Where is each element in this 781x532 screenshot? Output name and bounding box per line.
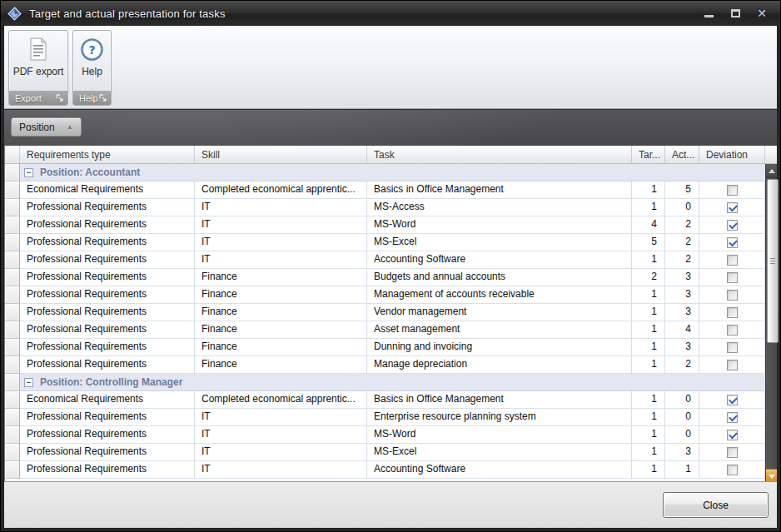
deviation-checkbox[interactable] xyxy=(727,395,738,405)
row-indicator[interactable] xyxy=(5,251,20,269)
table-row[interactable]: Economical Requirements Completed econom… xyxy=(5,181,765,199)
column-header-task[interactable]: Task xyxy=(367,146,632,163)
deviation-checkbox[interactable] xyxy=(727,430,738,440)
collapse-minus-icon[interactable] xyxy=(24,378,33,387)
table-row[interactable]: Professional Requirements IT Accounting … xyxy=(5,251,765,269)
scrollbar-thumb[interactable] xyxy=(767,179,779,343)
table-row[interactable]: Professional Requirements IT MS-Excel 1 … xyxy=(5,444,765,461)
ribbon-group-caption-help: Help xyxy=(73,91,111,105)
row-indicator[interactable] xyxy=(5,409,20,426)
deviation-checkbox[interactable] xyxy=(727,342,738,353)
deviation-checkbox[interactable] xyxy=(727,255,738,266)
row-indicator[interactable] xyxy=(5,391,20,409)
ribbon-group-caption-export: Export xyxy=(9,91,67,105)
cell-requirements-type: Professional Requirements xyxy=(20,234,195,251)
close-window-button[interactable]: ✕ xyxy=(755,7,769,20)
column-header-skill[interactable]: Skill xyxy=(195,146,367,163)
cell-target: 1 xyxy=(632,251,665,269)
cell-deviation xyxy=(699,461,765,479)
row-indicator[interactable] xyxy=(5,181,20,199)
cell-skill: IT xyxy=(195,216,367,234)
help-button[interactable]: ? Help xyxy=(73,31,111,91)
deviation-checkbox[interactable] xyxy=(727,185,738,196)
row-indicator[interactable] xyxy=(5,374,20,391)
group-row-cell: Position: Accountant xyxy=(20,164,765,181)
scroll-up-button[interactable] xyxy=(766,164,777,178)
cell-skill: Finance xyxy=(195,286,367,304)
column-header-target[interactable]: Tar... xyxy=(632,146,665,163)
row-indicator[interactable] xyxy=(5,461,20,479)
deviation-checkbox[interactable] xyxy=(727,220,738,231)
cell-target: 1 xyxy=(632,339,665,356)
table-row[interactable]: Professional Requirements IT Accounting … xyxy=(5,461,765,479)
column-header-deviation[interactable]: Deviation xyxy=(699,146,765,163)
row-indicator[interactable] xyxy=(5,321,20,339)
close-button[interactable]: Close xyxy=(663,492,769,518)
header-filler-cell xyxy=(765,146,779,163)
table-row[interactable]: Professional Requirements IT MS-Excel 5 … xyxy=(5,234,765,251)
cell-actual: 3 xyxy=(665,444,699,461)
table-row[interactable]: Professional Requirements Finance Asset … xyxy=(5,321,765,339)
cell-actual: 4 xyxy=(665,321,699,339)
dialog-launcher-icon[interactable] xyxy=(98,93,107,102)
deviation-checkbox[interactable] xyxy=(727,237,738,248)
column-header-requirements-type[interactable]: Requirements type xyxy=(20,146,195,163)
table-row[interactable]: Professional Requirements IT MS-Word 1 0 xyxy=(5,426,765,444)
grid-header: Requirements type Skill Task Tar... Act.… xyxy=(5,146,777,164)
deviation-checkbox[interactable] xyxy=(727,202,738,213)
deviation-checkbox[interactable] xyxy=(727,290,738,301)
window-controls: ✕ xyxy=(702,7,774,20)
group-row[interactable]: Position: Accountant xyxy=(5,164,765,181)
maximize-button[interactable] xyxy=(729,7,742,20)
table-row[interactable]: Professional Requirements Finance Manage… xyxy=(5,356,765,374)
cell-requirements-type: Economical Requirements xyxy=(20,181,195,199)
cell-deviation xyxy=(699,391,765,409)
minimize-icon xyxy=(704,15,714,17)
deviation-checkbox[interactable] xyxy=(727,272,738,283)
group-row[interactable]: Position: Controlling Manager xyxy=(5,374,765,391)
row-indicator[interactable] xyxy=(5,286,20,304)
vertical-scrollbar[interactable] xyxy=(765,164,777,483)
row-indicator[interactable] xyxy=(5,304,20,321)
row-indicator[interactable] xyxy=(5,339,20,356)
row-indicator[interactable] xyxy=(5,356,20,374)
window-content: PDF export Export xyxy=(4,26,777,528)
table-row[interactable]: Professional Requirements Finance Budget… xyxy=(5,269,765,286)
deviation-checkbox[interactable] xyxy=(727,465,738,475)
row-indicator[interactable] xyxy=(5,199,20,216)
deviation-checkbox[interactable] xyxy=(727,307,738,318)
cell-task: MS-Word xyxy=(367,426,632,444)
row-indicator[interactable] xyxy=(5,269,20,286)
cell-actual: 2 xyxy=(665,251,699,269)
cell-requirements-type: Professional Requirements xyxy=(20,269,195,286)
cell-requirements-type: Professional Requirements xyxy=(20,216,195,234)
table-row[interactable]: Economical Requirements Completed econom… xyxy=(5,391,765,409)
pdf-export-button[interactable]: PDF export xyxy=(9,31,67,91)
table-row[interactable]: Professional Requirements Finance Manage… xyxy=(5,286,765,304)
cell-target: 1 xyxy=(632,304,665,321)
svg-text:?: ? xyxy=(88,42,95,56)
column-header-actual[interactable]: Act... xyxy=(665,146,699,163)
minimize-button[interactable] xyxy=(702,7,715,20)
deviation-checkbox[interactable] xyxy=(727,447,738,458)
dialog-launcher-icon[interactable] xyxy=(55,93,64,102)
row-indicator[interactable] xyxy=(5,216,20,234)
row-indicator[interactable] xyxy=(5,444,20,461)
group-by-position-button[interactable]: Position ▲ xyxy=(11,117,82,137)
deviation-checkbox[interactable] xyxy=(727,325,738,336)
table-row[interactable]: Professional Requirements IT Enterprise … xyxy=(5,409,765,426)
row-indicator[interactable] xyxy=(5,164,20,181)
deviation-checkbox[interactable] xyxy=(727,360,738,370)
collapse-minus-icon[interactable] xyxy=(24,168,33,177)
row-indicator[interactable] xyxy=(5,234,20,251)
cell-deviation xyxy=(699,339,765,356)
table-row[interactable]: Professional Requirements Finance Dunnin… xyxy=(5,339,765,356)
deviation-checkbox[interactable] xyxy=(727,412,738,423)
table-row[interactable]: Professional Requirements Finance Vendor… xyxy=(5,304,765,321)
cell-skill: IT xyxy=(195,409,367,426)
table-row[interactable]: Professional Requirements IT MS-Word 4 2 xyxy=(5,216,765,234)
group-by-panel: Position ▲ xyxy=(4,109,777,146)
table-row[interactable]: Professional Requirements IT MS-Access 1… xyxy=(5,199,765,216)
cell-skill: IT xyxy=(195,199,367,216)
row-indicator[interactable] xyxy=(5,426,20,444)
